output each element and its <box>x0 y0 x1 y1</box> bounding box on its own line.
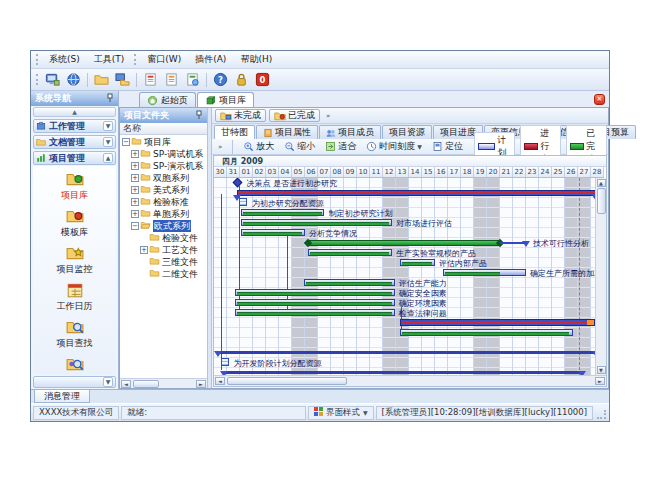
gantt-vertical-scrollbar[interactable]: ▲ ▼ <box>595 178 606 375</box>
tree-item-检验标准[interactable]: +检验标准 <box>120 196 207 208</box>
tree-item-欧式系列[interactable]: −欧式系列 <box>120 220 207 232</box>
gantt-bar-plan[interactable] <box>400 329 573 336</box>
scroll-thumb[interactable] <box>597 188 606 214</box>
tree-item-项目库[interactable]: −项目库 <box>120 136 207 148</box>
gantt-bar-plan[interactable] <box>304 279 395 286</box>
resize-grip[interactable] <box>595 406 607 420</box>
tree-item-二维文件[interactable]: 二维文件 <box>120 268 207 280</box>
tab-起始页[interactable]: 起始页 <box>139 92 196 107</box>
chevron-down-icon[interactable]: ▼ <box>103 121 113 131</box>
gantt-bar-summary-thin[interactable] <box>218 351 596 354</box>
tree-item-三维文件[interactable]: 三维文件 <box>120 256 207 268</box>
gantt-bar-plan[interactable] <box>235 309 395 316</box>
menu-item[interactable]: 工具(T) <box>87 52 132 66</box>
scroll-down-icon[interactable]: ▼ <box>597 366 606 374</box>
message-panel-tab[interactable]: 消息管理 <box>34 390 90 403</box>
nav-item-项目库[interactable]: 项目库 <box>33 170 116 202</box>
menu-item[interactable]: 插件(A) <box>188 52 233 66</box>
menu-item[interactable]: 帮助(H) <box>233 52 279 66</box>
scroll-left-icon[interactable]: ◄ <box>215 377 225 385</box>
gantt-button-缩小[interactable]: 缩小 <box>281 139 318 154</box>
menu-item[interactable]: 系统(S) <box>42 52 87 66</box>
gantt-bar-plan[interactable] <box>241 219 392 226</box>
nav-scroll-up-button[interactable]: ▲ <box>33 107 116 117</box>
help-icon[interactable]: ? <box>210 70 231 89</box>
gantt-bar-plan[interactable] <box>308 249 393 256</box>
gantt-button-放大[interactable]: 放大 <box>240 139 277 154</box>
nav-group-工作管理[interactable]: 工作管理▼ <box>33 119 116 133</box>
expand-icon[interactable]: + <box>140 246 148 254</box>
gantt-bar-plan[interactable] <box>400 259 435 266</box>
scroll-thumb[interactable] <box>133 380 159 388</box>
gantt-bar-plan[interactable] <box>235 289 395 296</box>
menu-grip-2[interactable] <box>134 54 137 65</box>
expand-icon[interactable]: + <box>131 150 139 158</box>
open-folder-icon[interactable] <box>91 70 112 89</box>
computer-icon[interactable] <box>42 70 63 89</box>
filter-button-未完成[interactable]: 未完成 <box>215 109 266 122</box>
gantt-horizontal-scrollbar[interactable]: ◄ ► <box>214 375 606 386</box>
tree-item-双胞系列[interactable]: +双胞系列 <box>120 172 207 184</box>
subtab-项目属性[interactable]: 项目属性 <box>256 125 318 139</box>
lock-icon[interactable] <box>231 70 252 89</box>
menu-grip[interactable] <box>36 54 39 65</box>
ui-style-button[interactable]: 界面样式 ▼ <box>308 406 374 420</box>
nav-group-文档管理[interactable]: 文档管理▼ <box>33 135 116 149</box>
expand-icon[interactable]: + <box>131 162 139 170</box>
gantt-bar-completed-summary[interactable] <box>308 240 500 246</box>
nav-item-工作日历[interactable]: 工作日历 <box>33 281 116 313</box>
gantt-bar-plan[interactable] <box>241 209 324 216</box>
nav-item-模板库[interactable]: 模板库 <box>33 207 116 239</box>
chevron-up-icon[interactable]: ▲ <box>103 153 113 163</box>
nav-item-项目监控[interactable]: 项目监控 <box>33 244 116 276</box>
collapse-icon[interactable]: − <box>122 138 130 146</box>
gantt-bar-in-progress[interactable] <box>237 190 596 196</box>
gantt-button-适合[interactable]: 适合 <box>322 139 359 154</box>
gantt-bar-in-progress[interactable] <box>400 319 595 326</box>
chevron-down-icon[interactable]: ▼ <box>103 137 113 147</box>
toolbar-overflow-icon[interactable]: » <box>215 143 225 151</box>
pin-icon[interactable] <box>106 93 114 105</box>
report-green-icon[interactable] <box>182 70 203 89</box>
scroll-right-icon[interactable]: ► <box>196 380 206 388</box>
scroll-left-icon[interactable]: ◄ <box>121 380 131 388</box>
gantt-grid[interactable]: 决策点 是否进行初步研究为初步研究分配资源制定初步研究计划对市场进行评估分析竞争… <box>214 178 604 375</box>
subtab-项目成员[interactable]: 项目成员 <box>319 125 381 139</box>
nav-item-项目查找[interactable]: 项目查找 <box>33 318 116 350</box>
expand-icon[interactable]: + <box>131 210 139 218</box>
monitor-folder-icon[interactable] <box>112 70 133 89</box>
gantt-bar-summary-thin[interactable] <box>224 371 582 374</box>
nav-group-项目管理[interactable]: 项目管理▲ <box>33 151 116 165</box>
task-node-icon[interactable] <box>221 358 229 366</box>
globe-icon[interactable] <box>63 70 84 89</box>
report-orange-icon[interactable] <box>161 70 182 89</box>
subtab-项目资源[interactable]: 项目资源 <box>382 125 432 139</box>
menu-item[interactable]: 窗口(W) <box>140 52 188 66</box>
filter-button-已完成[interactable]: 已完成 <box>269 109 320 122</box>
gantt-bar-plan[interactable] <box>443 269 526 276</box>
tree-item-工艺文件[interactable]: +工艺文件 <box>120 244 207 256</box>
gantt-bar-plan[interactable] <box>241 229 305 236</box>
chevron-down-icon[interactable]: ▼ <box>103 377 113 387</box>
expand-icon[interactable]: + <box>131 174 139 182</box>
expand-icon[interactable]: + <box>131 186 139 194</box>
gantt-bar-plan[interactable] <box>235 299 395 306</box>
tab-项目库[interactable]: 项目库 <box>197 92 254 107</box>
pin-icon[interactable] <box>195 110 203 122</box>
task-node-icon[interactable] <box>239 198 247 206</box>
scroll-thumb[interactable] <box>227 377 347 385</box>
tree-column-header[interactable]: 名称 <box>120 123 207 135</box>
stop-icon[interactable]: 0 <box>252 70 273 89</box>
scroll-up-icon[interactable]: ▲ <box>597 179 606 187</box>
nav-item-任务查找[interactable]: 任务查找 <box>33 355 116 375</box>
toolbar-grip[interactable] <box>36 74 39 85</box>
report-red-icon[interactable] <box>140 70 161 89</box>
subtab-甘特图[interactable]: 甘特图 <box>214 125 255 139</box>
nav-bottom-partial-group[interactable]: ▼ <box>33 376 116 388</box>
expand-icon[interactable]: + <box>131 198 139 206</box>
tree-horizontal-scrollbar[interactable]: ◄ ► <box>120 378 207 388</box>
tree-item-SP-调试机系[interactable]: +SP-调试机系 <box>120 148 207 160</box>
tree-item-SP-演示机系[interactable]: +SP-演示机系 <box>120 160 207 172</box>
gantt-button-定位[interactable]: 定位 <box>429 139 466 154</box>
more-buttons-icon[interactable]: » <box>323 112 333 120</box>
